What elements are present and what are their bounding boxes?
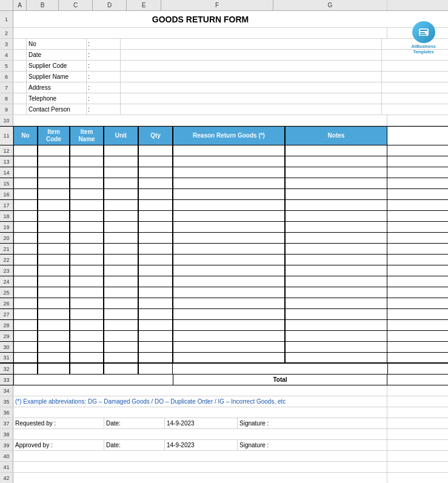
date-label-39: Date:: [104, 440, 165, 450]
no-colon: :: [87, 39, 121, 49]
address-value: [121, 82, 382, 93]
th-no: No: [13, 127, 38, 145]
date-value-39: 14-9-2023: [165, 440, 238, 450]
table-row: 22: [0, 255, 448, 265]
table-row: 23: [0, 265, 448, 276]
col-e-header: E: [127, 0, 161, 10]
row-32: 32: [0, 364, 448, 375]
th-reason: Reason Return Goods (*): [173, 127, 285, 145]
row-3-num: 3: [0, 39, 13, 49]
table-row: 12: [0, 145, 448, 156]
supplier-name-label: Supplier Name: [27, 72, 87, 82]
telephone-value: [121, 93, 382, 104]
row-10: 10: [0, 115, 448, 126]
row-35: 35 (*) Example abbreviations: DG – Damag…: [0, 396, 448, 407]
table-row: 14: [0, 167, 448, 178]
th-unit: Unit: [104, 127, 138, 145]
table-row: 20: [0, 233, 448, 244]
row-10-content: [13, 115, 387, 125]
row-5: 5 Supplier Code :: [0, 61, 448, 72]
row-10-num: 10: [0, 115, 13, 125]
signature-label-39: Signature :: [238, 440, 387, 450]
row-39: 39 Approved by : Date: 14-9-2023 Signatu…: [0, 440, 448, 451]
row-2-content: [13, 28, 387, 38]
date-colon: :: [87, 50, 121, 60]
table-row: 31: [0, 353, 448, 364]
col-b-header: B: [27, 0, 59, 10]
row-2-num: 2: [0, 28, 13, 38]
requested-by-label: Requested by :: [13, 418, 104, 428]
table-row: 15: [0, 178, 448, 189]
table-row: 17: [0, 200, 448, 211]
row-42: 42: [0, 473, 448, 483]
column-headers: A B C D E F G: [0, 0, 448, 11]
table-row: 16: [0, 189, 448, 200]
table-row: 25: [0, 287, 448, 298]
telephone-label: Telephone: [27, 93, 87, 104]
address-colon: :: [87, 82, 121, 93]
date-value: [121, 50, 382, 60]
col-d-header: D: [93, 0, 127, 10]
th-qty: Qty: [138, 127, 173, 145]
form-title: GOODS RETURN FORM: [13, 11, 387, 27]
col-a-header: A: [13, 0, 27, 10]
no-label: No: [27, 39, 87, 49]
contact-person-value: [121, 104, 382, 115]
row-41: 41: [0, 462, 448, 473]
row-6-a: [13, 72, 27, 82]
contact-person-label: Contact Person: [27, 104, 87, 115]
row-37: 37 Requested by : Date: 14-9-2023 Signat…: [0, 418, 448, 429]
date-value-37: 14-9-2023: [165, 418, 238, 428]
col-c-header: C: [59, 0, 93, 10]
row-40: 40: [0, 451, 448, 462]
row-38: 38: [0, 429, 448, 440]
table-row: 29: [0, 331, 448, 342]
th-item-code: ItemCode: [38, 127, 70, 145]
th-item-name: ItemName: [70, 127, 104, 145]
note-text: (*) Example abbreviations: DG – Damaged …: [13, 396, 387, 407]
svg-rect-1: [420, 30, 427, 31]
table-row: 26: [0, 298, 448, 309]
spreadsheet: AllBusinessTemplates A B C D E F G 1 GOO…: [0, 0, 448, 483]
table-row: 13: [0, 156, 448, 167]
row-9: 9 Contact Person :: [0, 104, 448, 115]
row-3-a: [13, 39, 27, 49]
row-num-header: [0, 0, 13, 10]
table-header-row: 11 No ItemCode ItemName Unit Qty Reason …: [0, 126, 448, 145]
col-g-header: G: [273, 0, 387, 10]
logo-icon: [417, 25, 430, 39]
table-row: 18: [0, 211, 448, 222]
row-2: 2: [0, 28, 448, 39]
row-5-num: 5: [0, 61, 13, 71]
row-33-total: 33 Total: [0, 375, 448, 385]
row-7-a: [13, 82, 27, 93]
row-1-num: 1: [0, 11, 13, 27]
approved-by-label: Approved by :: [13, 440, 104, 450]
row-7-num: 7: [0, 82, 13, 93]
table-row: 19: [0, 222, 448, 233]
logo-circle: [412, 21, 435, 43]
row-36: 36: [0, 407, 448, 418]
row-8-num: 8: [0, 93, 13, 104]
row-9-a: [13, 104, 27, 115]
table-row: 27: [0, 309, 448, 320]
no-value: [121, 39, 382, 49]
row-4-a: [13, 50, 27, 60]
row-34: 34: [0, 385, 448, 396]
col-f-header: F: [161, 0, 273, 10]
row-5-a: [13, 61, 27, 71]
row-4: 4 Date :: [0, 50, 448, 61]
supplier-code-label: Supplier Code: [27, 61, 87, 71]
telephone-colon: :: [87, 93, 121, 104]
row-7: 7 Address :: [0, 82, 448, 93]
signature-label-37: Signature :: [238, 418, 387, 428]
row-11-num: 11: [0, 127, 13, 145]
date-label-37: Date:: [104, 418, 165, 428]
row-9-num: 9: [0, 104, 13, 115]
supplier-name-value: [121, 72, 382, 82]
table-body: 12 13 14 15 16 17 18 19 20 21 22 23 24 2…: [0, 145, 448, 364]
svg-rect-2: [420, 32, 425, 33]
row-8: 8 Telephone :: [0, 93, 448, 104]
total-label: Total: [173, 375, 387, 385]
table-row: 30: [0, 342, 448, 353]
